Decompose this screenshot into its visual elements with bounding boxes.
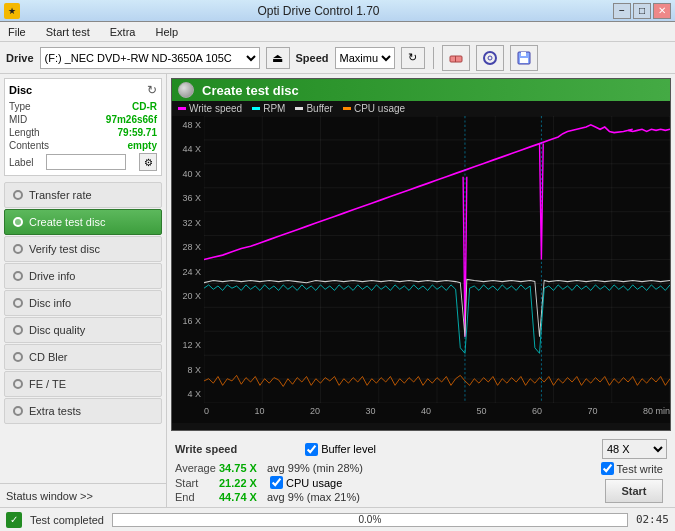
y-label-4: 4 X: [172, 389, 204, 399]
stat-end-val: 44.74 X: [219, 491, 261, 503]
disc-mid-row: MID 97m26s66f: [9, 114, 157, 125]
menubar: File Start test Extra Help: [0, 22, 675, 42]
close-button[interactable]: ✕: [653, 3, 671, 19]
status-window-button[interactable]: Status window >>: [0, 483, 166, 507]
time-display: 02:45: [636, 513, 669, 526]
sidebar-item-cd-bler[interactable]: CD Bler: [4, 344, 162, 370]
write-speed-label: Write speed: [175, 443, 237, 455]
sidebar-item-drive-info[interactable]: Drive info: [4, 263, 162, 289]
sidebar-item-label-verify-test-disc: Verify test disc: [29, 243, 100, 255]
legend-write-speed: Write speed: [178, 103, 242, 114]
stat-start-row: Start 21.22 X CPU usage: [175, 476, 363, 489]
legend-color-rpm: [252, 107, 260, 110]
window-controls: − □ ✕: [613, 3, 671, 19]
nav-icon-cd-bler: [13, 352, 23, 362]
cpu-checkbox[interactable]: [270, 476, 283, 489]
legend-rpm: RPM: [252, 103, 285, 114]
nav-icon-drive-info: [13, 271, 23, 281]
start-button[interactable]: Start: [605, 479, 663, 503]
sidebar-item-fe-te[interactable]: FE / TE: [4, 371, 162, 397]
refresh-button[interactable]: ↻: [401, 47, 425, 69]
nav-icon-verify-test-disc: [13, 244, 23, 254]
write-speed-select[interactable]: Maximum48 X40 X32 X24 X: [602, 439, 667, 459]
disc-panel: Disc ↻ Type CD-R MID 97m26s66f Length 79…: [4, 78, 162, 176]
buffer-level-label: Buffer level: [321, 443, 376, 455]
nav-icon-transfer-rate: [13, 190, 23, 200]
sidebar-nav: Transfer rate Create test disc Verify te…: [4, 182, 162, 424]
sidebar-item-extra-tests[interactable]: Extra tests: [4, 398, 162, 424]
save-button[interactable]: [510, 45, 538, 71]
stat-average-val: 34.75 X: [219, 462, 261, 474]
minimize-button[interactable]: −: [613, 3, 631, 19]
cd-button[interactable]: [476, 45, 504, 71]
sidebar-item-disc-info[interactable]: Disc info: [4, 290, 162, 316]
x-label-50: 50: [476, 406, 486, 416]
maximize-button[interactable]: □: [633, 3, 651, 19]
stat-end-row: End 44.74 X avg 9% (max 21%): [175, 491, 363, 503]
disc-label-row: Label ⚙: [9, 153, 157, 171]
menu-help[interactable]: Help: [151, 25, 182, 39]
menu-extra[interactable]: Extra: [106, 25, 140, 39]
svg-rect-6: [521, 52, 526, 56]
disc-label-btn[interactable]: ⚙: [139, 153, 157, 171]
chart-header: Create test disc: [172, 79, 670, 101]
eject-button[interactable]: ⏏: [266, 47, 290, 69]
x-label-0: 0: [204, 406, 209, 416]
disc-label-input[interactable]: [46, 154, 126, 170]
sidebar-item-label-disc-quality: Disc quality: [29, 324, 85, 336]
eraser-button[interactable]: [442, 45, 470, 71]
svg-rect-5: [520, 58, 528, 63]
stat-average-row: Average 34.75 X avg 99% (min 28%): [175, 462, 363, 474]
sidebar: Disc ↻ Type CD-R MID 97m26s66f Length 79…: [0, 74, 167, 507]
status-text: Test completed: [30, 514, 104, 526]
sidebar-item-disc-quality[interactable]: Disc quality: [4, 317, 162, 343]
x-axis: 0 10 20 30 40 50 60 70 80 min: [204, 403, 670, 423]
x-label-20: 20: [310, 406, 320, 416]
sidebar-item-transfer-rate[interactable]: Transfer rate: [4, 182, 162, 208]
disc-refresh-icon[interactable]: ↻: [147, 83, 157, 97]
chart-svg: [204, 116, 670, 403]
menu-file[interactable]: File: [4, 25, 30, 39]
status-icon: ✓: [6, 512, 22, 528]
chart-inner: 48 X 44 X 40 X 36 X 32 X 28 X 24 X 20 X …: [172, 116, 670, 423]
legend-color-write-speed: [178, 107, 186, 110]
disc-label-key: Label: [9, 157, 33, 168]
disc-length-key: Length: [9, 127, 40, 138]
test-write-checkbox[interactable]: [601, 462, 614, 475]
titlebar: ★ Opti Drive Control 1.70 − □ ✕: [0, 0, 675, 22]
right-controls: Test write Start: [601, 462, 667, 503]
y-label-48: 48 X: [172, 120, 204, 130]
disc-length-row: Length 79:59.71: [9, 127, 157, 138]
disc-contents-row: Contents empty: [9, 140, 157, 151]
sidebar-item-create-test-disc[interactable]: Create test disc: [4, 209, 162, 235]
buffer-checkbox[interactable]: [305, 443, 318, 456]
main-area: Disc ↻ Type CD-R MID 97m26s66f Length 79…: [0, 74, 675, 507]
test-write-row: Test write: [601, 462, 663, 475]
stat-start-key: Start: [175, 477, 213, 489]
chart-area: Create test disc Write speed RPM Buffer: [171, 78, 671, 431]
disc-contents-val: empty: [128, 140, 157, 151]
nav-icon-fe-te: [13, 379, 23, 389]
app-icon: ★: [4, 3, 20, 19]
sidebar-item-verify-test-disc[interactable]: Verify test disc: [4, 236, 162, 262]
sidebar-item-label-drive-info: Drive info: [29, 270, 75, 282]
nav-icon-create-test-disc: [13, 217, 23, 227]
sidebar-item-label-transfer-rate: Transfer rate: [29, 189, 92, 201]
bottom-row2: Average 34.75 X avg 99% (min 28%) Start …: [175, 462, 667, 503]
disc-mid-val: 97m26s66f: [106, 114, 157, 125]
disc-panel-title: Disc: [9, 84, 32, 96]
legend-buffer: Buffer: [295, 103, 333, 114]
window-title: Opti Drive Control 1.70: [24, 4, 613, 18]
cpu-usage-label: CPU usage: [286, 477, 342, 489]
x-label-10: 10: [254, 406, 264, 416]
stat-average-key: Average: [175, 462, 213, 474]
drive-select[interactable]: (F:) _NEC DVD+-RW ND-3650A 105C: [40, 47, 260, 69]
svg-rect-1: [455, 56, 456, 62]
disc-type-row: Type CD-R: [9, 101, 157, 112]
x-label-40: 40: [421, 406, 431, 416]
speed-select-toolbar[interactable]: Maximum48 X40 X32 X24 X16 X8 X4 X: [335, 47, 395, 69]
legend-color-cpu-usage: [343, 107, 351, 110]
menu-start-test[interactable]: Start test: [42, 25, 94, 39]
x-label-30: 30: [365, 406, 375, 416]
disc-contents-key: Contents: [9, 140, 49, 151]
